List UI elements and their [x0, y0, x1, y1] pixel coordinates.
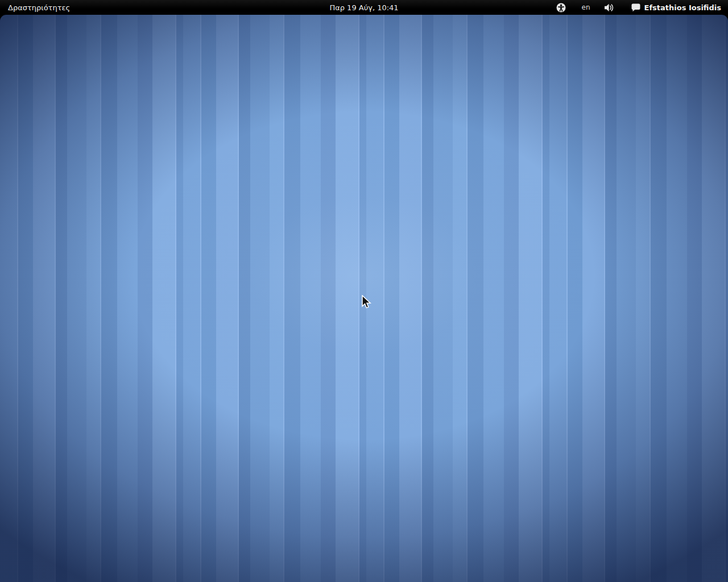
keyboard-layout-label: en — [582, 3, 590, 11]
accessibility-icon — [556, 3, 566, 13]
activities-label: Δραστηριότητες — [8, 3, 70, 12]
clock-label: Παρ 19 Αύγ, 10:41 — [329, 3, 398, 12]
volume-icon — [604, 3, 614, 12]
desktop-wallpaper[interactable] — [0, 15, 728, 582]
accessibility-menu-button[interactable] — [556, 0, 566, 15]
volume-menu-button[interactable] — [604, 0, 614, 15]
keyboard-layout-button[interactable]: en — [582, 0, 590, 15]
activities-button[interactable]: Δραστηριότητες — [0, 0, 78, 15]
chat-bubble-icon — [631, 3, 640, 12]
top-bar-left: Δραστηριότητες — [0, 0, 78, 15]
status-area: en Efstathios Iosifidis — [556, 0, 728, 15]
top-bar: Δραστηριότητες Παρ 19 Αύγ, 10:41 en — [0, 0, 728, 15]
clock-button[interactable]: Παρ 19 Αύγ, 10:41 — [324, 0, 404, 15]
user-name-label: Efstathios Iosifidis — [644, 3, 721, 12]
user-menu-button[interactable]: Efstathios Iosifidis — [631, 0, 721, 15]
